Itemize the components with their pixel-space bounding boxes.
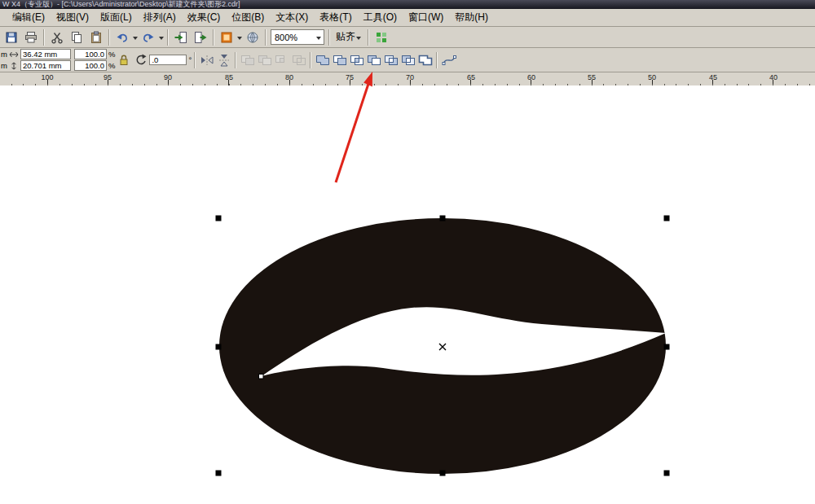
corel-draw-window: W X4（专业版）- [C:\Users\Administrator\Deskt…	[0, 0, 815, 504]
coffee-bean-shape[interactable]	[219, 218, 666, 474]
canvas-overlay	[0, 0, 815, 504]
annotation-arrowhead	[363, 72, 372, 87]
selection-handle-bottom-center[interactable]	[440, 471, 446, 476]
selection-handle-top-right[interactable]	[664, 216, 670, 221]
annotation-arrow	[336, 72, 372, 182]
selection-handle-middle-left[interactable]	[216, 344, 222, 350]
selection-handle-middle-right[interactable]	[664, 344, 670, 350]
selection-handle-top-left[interactable]	[216, 216, 222, 221]
selection-handle-top-center[interactable]	[440, 216, 446, 221]
selection-handle-bottom-right[interactable]	[664, 471, 670, 476]
curve-node-marker[interactable]	[259, 375, 264, 379]
selection-handle-bottom-left[interactable]	[216, 471, 222, 476]
